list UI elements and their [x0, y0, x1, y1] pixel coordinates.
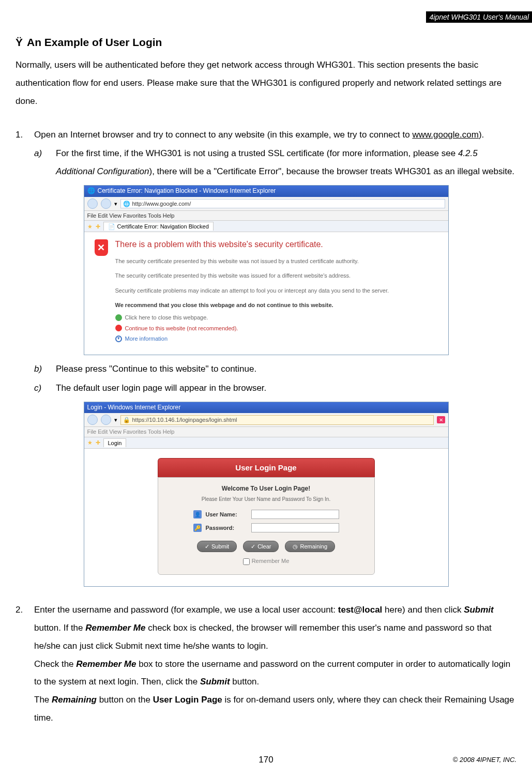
step-1c-mark: c): [34, 379, 56, 398]
s2-rm1: Remember Me: [85, 623, 145, 633]
back-button[interactable]: [87, 199, 98, 209]
ie2-tabbar: ★ ✚ Login: [84, 437, 448, 449]
s2-ulp: User Login Page: [153, 695, 222, 705]
address-url: http://www.google.com/: [132, 200, 191, 207]
step-1b: b) Please press "Continue to this websit…: [34, 360, 516, 378]
login-panel-body: Welcome To User Login Page! Please Enter…: [158, 477, 375, 575]
s2-t1: Enter the username and password (for exa…: [34, 605, 338, 615]
s2-t5: Check the: [34, 659, 76, 669]
page-content: ŸAn Example of User Login Normally, user…: [16, 31, 516, 728]
intro-paragraph: Normally, users will be authenticated be…: [16, 56, 516, 111]
more-info-text: More information: [125, 335, 168, 342]
favorites-icon[interactable]: ★: [87, 223, 93, 230]
password-input[interactable]: [251, 523, 339, 532]
step-1a-t2: ), there will be a "Certificate Error", …: [149, 166, 515, 176]
remaining-button[interactable]: ◷Remaining: [285, 541, 335, 552]
browser-tab-2[interactable]: Login: [103, 438, 127, 447]
address-url-2: https://10.10.146.1/loginpages/login.sht…: [132, 416, 237, 423]
bullet-icon: Ÿ: [16, 36, 23, 48]
continue-link-text: Continue to this website (not recommende…: [125, 325, 238, 332]
s2-t3: button. If the: [34, 623, 85, 633]
tab-label-2: Login: [108, 440, 122, 446]
s2-rm2: Remember Me: [76, 659, 136, 669]
password-field: 🔑 Password:: [168, 523, 365, 532]
chevron-down-icon: ▾: [115, 335, 122, 342]
remember-me-row: Remember Me: [168, 557, 365, 565]
browser-tab[interactable]: 📄 Certificate Error: Navigation Blocked: [103, 222, 214, 231]
step-1b-body: Please press "Continue to this website" …: [56, 360, 516, 378]
s2-submit1: Submit: [464, 605, 494, 615]
warning-icon: [115, 325, 122, 331]
copyright-text: © 2008 4IPNET, INC.: [453, 756, 516, 764]
add-favorites-icon[interactable]: ✚: [96, 223, 100, 230]
step-1c: c) The default user login page will appe…: [34, 379, 516, 398]
page-icon: 🌐: [123, 200, 130, 207]
step-1a: a) For the first time, if the WHG301 is …: [34, 145, 516, 181]
step-1-number: 1.: [16, 126, 34, 144]
remember-me-checkbox[interactable]: [243, 558, 250, 565]
address-bar-2[interactable]: 🔒 https://10.10.146.1/loginpages/login.s…: [120, 415, 434, 424]
step-1a-t1: For the first time, if the WHG301 is not…: [56, 148, 458, 158]
dropdown-icon[interactable]: ▾: [114, 200, 117, 207]
back-button-2[interactable]: [87, 415, 98, 425]
s2-t8: The: [34, 695, 52, 705]
header-product-label: 4ipnet WHG301 User's Manual: [426, 11, 532, 23]
continue-website-link[interactable]: Continue to this website (not recommende…: [115, 325, 438, 332]
cert-error-p2: The security certificate presented by th…: [115, 272, 438, 279]
ie-menubar[interactable]: File Edit View Favorites Tools Help: [84, 211, 448, 221]
remember-me-label: Remember Me: [252, 558, 290, 564]
step-2-number: 2.: [16, 601, 34, 727]
username-field: 👤 User Name:: [168, 510, 365, 519]
add-favorites-icon-2[interactable]: ✚: [96, 439, 100, 446]
page-footer: 170 © 2008 4IPNET, INC.: [0, 756, 532, 764]
cert-error-p3: Security certificate problems may indica…: [115, 287, 438, 294]
username-input[interactable]: [251, 510, 339, 519]
cert-error-heading: There is a problem with this website's s…: [115, 239, 438, 250]
shield-icon: ✕: [95, 239, 108, 256]
s2-t2: here) and then click: [382, 605, 464, 615]
address-bar[interactable]: 🌐 http://www.google.com/: [120, 199, 445, 208]
step-1-link: www.google.com: [412, 130, 479, 140]
more-info-link[interactable]: ▾ More information: [115, 335, 438, 342]
forward-button-2[interactable]: [101, 415, 111, 425]
cert-error-recommend: We recommend that you close this webpage…: [115, 301, 438, 309]
submit-label: Submit: [211, 543, 229, 550]
check-icon: [115, 314, 122, 321]
s2-acct: test@local: [338, 605, 383, 615]
cert-error-body: ✕ There is a problem with this website's…: [84, 232, 448, 355]
ie2-titlebar: Login - Windows Internet Explorer: [84, 402, 448, 414]
check-icon-3: ✓: [251, 543, 255, 550]
step-1-body: Open an Internet browser and try to conn…: [34, 126, 516, 144]
username-label: User Name:: [206, 511, 247, 518]
login-panel: User Login Page Welcome To User Login Pa…: [158, 458, 375, 575]
ie-titlebar: 🌐 Certificate Error: Navigation Blocked …: [84, 186, 448, 197]
tab-page-icon: 📄: [108, 223, 115, 230]
step-1b-mark: b): [34, 360, 56, 378]
screenshot-cert-error: 🌐 Certificate Error: Navigation Blocked …: [84, 185, 449, 355]
tab-label: Certificate Error: Navigation Blocked: [117, 223, 209, 230]
key-icon: 🔑: [193, 524, 202, 532]
step-1a-body: For the first time, if the WHG301 is not…: [56, 145, 516, 181]
cert-error-button[interactable]: ✕: [437, 416, 445, 423]
button-row: ✓Submit ✓Clear ◷Remaining: [168, 541, 365, 552]
dropdown-icon-2[interactable]: ▾: [114, 416, 117, 423]
instruction-text: Please Enter Your User Name and Password…: [168, 496, 365, 502]
step-1c-body: The default user login page will appear …: [56, 379, 516, 398]
clock-icon: ◷: [293, 543, 298, 550]
ie-address-row: ▾ 🌐 http://www.google.com/: [84, 197, 448, 211]
favorites-icon-2[interactable]: ★: [87, 439, 93, 446]
login-panel-title: User Login Page: [158, 458, 375, 477]
forward-button[interactable]: [101, 199, 111, 209]
step-1a-mark: a): [34, 145, 56, 181]
step-2: 2. Enter the username and password (for …: [16, 601, 516, 727]
login-body: User Login Page Welcome To User Login Pa…: [84, 449, 448, 586]
ie2-menubar[interactable]: File Edit View Favorites Tools Help: [84, 427, 448, 437]
submit-button[interactable]: ✓Submit: [197, 541, 237, 552]
s2-submit2: Submit: [200, 677, 230, 687]
ie-tabbar: ★ ✚ 📄 Certificate Error: Navigation Bloc…: [84, 221, 448, 232]
step-2-body: Enter the username and password (for exa…: [34, 601, 516, 727]
remaining-label: Remaining: [300, 543, 327, 550]
close-webpage-link[interactable]: Click here to close this webpage.: [115, 314, 438, 321]
clear-button[interactable]: ✓Clear: [243, 541, 279, 552]
ie-title-text: Certificate Error: Navigation Blocked - …: [98, 187, 276, 195]
